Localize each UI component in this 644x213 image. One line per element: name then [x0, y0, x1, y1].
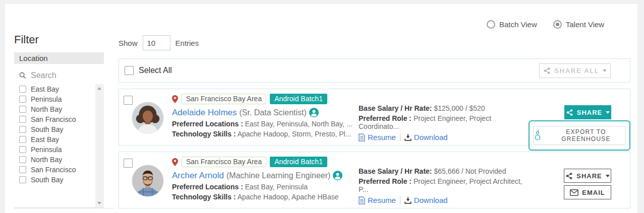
preferred-locations-label: Preferred Locations : — [172, 183, 243, 191]
download-link[interactable]: Download — [404, 133, 448, 141]
location-option[interactable]: San Francisco — [14, 165, 94, 175]
greenhouse-icon — [534, 130, 542, 141]
email-icon — [570, 189, 578, 196]
filter-sidebar: Filter Location East Bay Peninsula North… — [14, 33, 104, 208]
location-checkbox[interactable] — [19, 126, 26, 133]
location-option[interactable]: Peninsula — [14, 94, 94, 104]
location-section-header[interactable]: Location — [14, 52, 104, 64]
salary-row: Base Salary / Hr Rate: $65,666 / Not Pro… — [359, 167, 533, 175]
location-option[interactable]: North Bay — [14, 155, 94, 165]
location-option-label: East Bay — [31, 135, 59, 144]
location-option-label: South Bay — [31, 176, 64, 184]
talent-view-radio[interactable] — [553, 20, 562, 29]
search-input[interactable] — [31, 71, 96, 80]
export-to-greenhouse-button[interactable]: EXPORT TO GREENHOUSE — [533, 126, 626, 145]
chevron-down-icon — [606, 111, 610, 114]
chevron-down-icon — [603, 69, 607, 72]
select-all-bar: Select All SHARE ALL — [119, 58, 630, 83]
profile-icon[interactable] — [333, 171, 342, 180]
talent-view-label: Talent View — [566, 20, 604, 29]
show-entries-row: Show Entries — [119, 35, 630, 50]
entries-label: Entries — [175, 39, 199, 47]
chevron-down-icon — [606, 175, 610, 177]
profile-icon[interactable] — [309, 108, 319, 117]
location-option[interactable]: North Bay — [14, 104, 94, 114]
content-panel: Batch View Talent View Filter Location E… — [5, 4, 637, 213]
scroll-up-icon[interactable] — [97, 87, 101, 90]
location-option-label: Peninsula — [31, 95, 62, 103]
location-checkbox[interactable] — [19, 176, 26, 183]
location-option[interactable]: South Bay — [14, 175, 94, 185]
location-checkbox[interactable] — [19, 116, 26, 123]
location-pin-icon — [172, 95, 178, 103]
location-search — [14, 71, 104, 83]
batch-tag: Android Batch1 — [270, 157, 327, 167]
link-divider — [400, 196, 400, 204]
batch-view-radio[interactable] — [487, 20, 495, 29]
download-label: Download — [414, 133, 448, 141]
list-scrollbar[interactable] — [95, 84, 104, 207]
location-checkbox[interactable] — [19, 146, 26, 153]
area-tag: San Francisco Bay Area — [182, 94, 266, 104]
location-checkbox[interactable] — [19, 96, 26, 103]
search-icon — [19, 72, 26, 79]
share-all-button[interactable]: SHARE ALL — [539, 63, 611, 78]
location-option[interactable]: Peninsula — [14, 145, 94, 155]
location-checkbox[interactable] — [19, 156, 26, 163]
share-icon — [543, 67, 551, 75]
location-option[interactable]: San Francisco — [14, 114, 94, 124]
technology-skills-label: Technology Skills : — [172, 193, 236, 201]
talent-select-checkbox[interactable] — [124, 96, 133, 105]
preferred-locations-row: Preferred Locations : East Bay, Peninsul… — [172, 183, 359, 191]
location-checkbox[interactable] — [19, 86, 26, 93]
main-content: Show Entries Select All SHARE ALL — [119, 35, 630, 208]
share-button-label: SHARE — [576, 172, 602, 180]
share-button-label: SHARE — [577, 109, 603, 116]
location-checkbox[interactable] — [19, 136, 26, 143]
talent-card: San Francisco Bay Area Android Batch1 Ar… — [119, 152, 630, 208]
link-divider — [400, 133, 400, 141]
download-label: Download — [414, 196, 448, 204]
scroll-down-icon[interactable] — [97, 202, 101, 204]
avatar — [132, 165, 163, 196]
share-dropdown-menu: EXPORT TO GREENHOUSE — [529, 120, 630, 151]
talent-select-checkbox[interactable] — [124, 159, 133, 168]
avatar — [132, 102, 163, 133]
view-toggle: Batch View Talent View — [487, 20, 604, 29]
location-checkbox[interactable] — [19, 166, 26, 173]
resume-link[interactable]: Resume — [359, 196, 396, 204]
email-button[interactable]: EMAIL — [564, 185, 611, 199]
talent-details: Base Salary / Hr Rate: $65,666 / Not Pro… — [359, 167, 533, 204]
talent-card: San Francisco Bay Area Android Batch1 Ad… — [119, 89, 630, 146]
share-all-label: SHARE ALL — [554, 67, 599, 75]
location-option-label: North Bay — [31, 105, 62, 113]
select-all-checkbox[interactable] — [125, 66, 134, 75]
location-option[interactable]: East Bay — [14, 84, 94, 94]
entries-count-input[interactable] — [143, 35, 170, 50]
talent-view-option[interactable]: Talent View — [553, 20, 604, 29]
select-all[interactable]: Select All — [125, 66, 172, 75]
sidebar-divider — [14, 208, 115, 208]
location-checkbox[interactable] — [19, 106, 26, 113]
batch-view-option[interactable]: Batch View — [487, 20, 537, 29]
resume-label: Resume — [368, 133, 396, 141]
location-option[interactable]: South Bay — [14, 124, 94, 134]
download-link[interactable]: Download — [404, 196, 448, 204]
preferred-locations-value: East Bay, Peninsula — [245, 183, 308, 191]
location-option[interactable]: East Bay — [14, 134, 94, 145]
talent-name-link[interactable]: Adelaide Holmes — [172, 108, 237, 118]
share-button[interactable]: SHARE — [564, 105, 611, 119]
talent-details: Base Salary / Hr Rate: $125,000 / $520 P… — [359, 104, 533, 141]
talent-summary: San Francisco Bay Area Android Batch1 Ar… — [172, 156, 359, 201]
location-option-label: East Bay — [31, 85, 59, 93]
technology-skills-row: Technology Skills : Apache Hadoop, Apach… — [172, 193, 359, 201]
talent-name-link[interactable]: Archer Arnold — [172, 171, 224, 181]
salary-row: Base Salary / Hr Rate: $125,000 / $520 — [359, 104, 533, 112]
talent-summary: San Francisco Bay Area Android Batch1 Ad… — [172, 93, 359, 138]
preferred-role-label: Preferred Role : — [359, 114, 412, 122]
filter-title: Filter — [14, 33, 104, 46]
talent-title: (Machine Learning Engineer) — [226, 171, 330, 180]
resume-link[interactable]: Resume — [359, 133, 396, 141]
preferred-role-row: Preferred Role : Project Engineer, Proje… — [359, 177, 533, 193]
share-button[interactable]: SHARE — [564, 169, 611, 183]
